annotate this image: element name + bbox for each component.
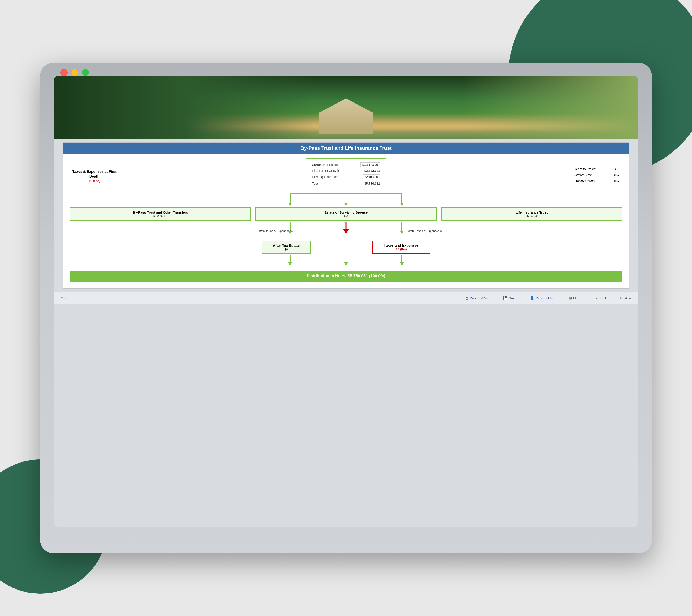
minimize-button[interactable] (71, 69, 78, 76)
right-params: Years to Project 20 Growth Rate 6% Trans… (573, 164, 622, 184)
connectors-top (70, 190, 622, 207)
svg-marker-5 (344, 203, 348, 206)
param-value: 0% (611, 178, 622, 184)
svg-marker-16 (288, 262, 293, 265)
table-row: Existing Insurance $500,000 (311, 174, 381, 180)
after-tax-title: After Tax Estate (266, 244, 306, 248)
bypass-trust-title: By-Pass Trust and Other Transfers (74, 211, 247, 214)
svg-marker-9 (288, 232, 291, 234)
row-label: Current Net Estate (311, 161, 351, 168)
distribution-bar: Distribution to Heirs: $5,750,081 (100.0… (70, 270, 622, 282)
taxes-expenses-box: Taxes and Expenses $0 (0%) (372, 241, 430, 254)
bypass-trust-amount: $5,250,081 (74, 214, 247, 218)
table-row: Plus Future Growth $3,613,081 (311, 168, 381, 174)
total-value: $5,750,081 (351, 180, 381, 186)
taxes-first-death-amount: $0 (0%) (70, 179, 119, 183)
save-icon: 💾 (503, 296, 507, 300)
next-button[interactable]: Next ► (620, 296, 632, 300)
svg-marker-20 (399, 262, 404, 265)
next-label: Next (620, 296, 627, 300)
taxes-first-death-label: Taxes & Expenses at First Death (70, 170, 119, 179)
connectors-bottom (70, 254, 622, 268)
person-icon: 👤 (530, 296, 534, 300)
diagram-body: Taxes & Expenses at First Death $0 (0%) … (63, 154, 629, 288)
life-insurance-title: Life Insurance Trust (445, 211, 618, 214)
svg-marker-4 (288, 203, 291, 206)
row-value: $500,000 (351, 174, 381, 180)
list-icon: ≡ (60, 295, 63, 301)
center-table: Current Net Estate $1,637,000 Plus Futur… (306, 158, 386, 190)
row3: By-Pass Trust and Other Transfers $5,250… (70, 207, 622, 221)
diagram-container: By-Pass Trust and Life Insurance Trust T… (63, 142, 629, 289)
svg-marker-14 (401, 232, 404, 234)
param-label: Growth Rate (573, 172, 611, 178)
svg-text:Estate Taxes & Expenses $0: Estate Taxes & Expenses $0 (257, 229, 294, 233)
row-value: $1,637,000 (351, 161, 381, 168)
list-menu-button[interactable]: ≡ ▾ (60, 295, 66, 301)
print-icon: 🖨 (465, 296, 469, 300)
row-label: Plus Future Growth (311, 168, 351, 174)
total-label: Total (311, 180, 351, 186)
laptop-frame: By-Pass Trust and Life Insurance Trust T… (40, 63, 652, 553)
svg-marker-18 (344, 262, 348, 265)
svg-marker-11 (343, 228, 349, 234)
maximize-button[interactable] (82, 69, 89, 76)
param-label: Years to Project (573, 166, 611, 172)
trees-right (463, 76, 638, 139)
window-controls (60, 69, 89, 76)
row1: Taxes & Expenses at First Death $0 (0%) … (70, 158, 622, 190)
personal-info-button[interactable]: 👤 Personal Info (530, 296, 555, 300)
svg-text:Estate Taxes & Expenses $0: Estate Taxes & Expenses $0 (406, 229, 443, 233)
taxes-first-death: Taxes & Expenses at First Death $0 (0%) (70, 165, 119, 183)
param-row: Growth Rate 6% (573, 172, 622, 178)
estate-spouse-title: Estate of Surviving Spouse (259, 211, 433, 214)
bottom-nav: ≡ ▾ 🖨 Preview/Print 💾 Save 👤 Personal In… (54, 292, 638, 304)
preview-print-label: Preview/Print (470, 296, 490, 300)
preview-print-button[interactable]: 🖨 Preview/Print (465, 296, 490, 300)
param-value: 20 (611, 166, 622, 172)
row-value: $3,613,081 (351, 168, 381, 174)
param-row: Years to Project 20 (573, 166, 622, 172)
back-label: Back (599, 296, 607, 300)
row-label: Existing Insurance (311, 174, 351, 180)
estate-spouse-amount: $0 (259, 214, 433, 218)
param-label: Transfer Costs (573, 178, 611, 184)
table-total-row: Total $5,750,081 (311, 180, 381, 186)
life-insurance-box: Life Insurance Trust $500,000 (441, 207, 622, 221)
taxes-expenses-amount: $0 (0%) (377, 247, 426, 251)
param-value: 6% (611, 172, 622, 178)
bypass-trust-box: By-Pass Trust and Other Transfers $5,250… (70, 207, 251, 221)
trees-left (54, 76, 317, 139)
life-insurance-amount: $500,000 (445, 214, 618, 218)
back-button[interactable]: ◄ Back (595, 296, 607, 300)
diagram-title: By-Pass Trust and Life Insurance Trust (63, 142, 629, 154)
menu-label: Menu (573, 296, 582, 300)
menu-button[interactable]: ⊞ Menu (569, 296, 582, 300)
save-label: Save (509, 296, 516, 300)
after-tax-box: After Tax Estate $0 (262, 241, 311, 254)
house-photo (54, 76, 638, 139)
close-button[interactable] (60, 69, 68, 76)
next-icon: ► (628, 296, 632, 300)
dropdown-chevron: ▾ (64, 297, 66, 300)
save-button[interactable]: 💾 Save (503, 296, 516, 300)
svg-marker-6 (401, 203, 404, 206)
screen: By-Pass Trust and Life Insurance Trust T… (54, 76, 638, 527)
estate-spouse-box: Estate of Surviving Spouse $0 (255, 207, 437, 221)
table-row: Current Net Estate $1,637,000 (311, 161, 381, 168)
after-tax-amount: $0 (266, 248, 306, 251)
param-row: Transfer Costs 0% (573, 178, 622, 184)
connectors-mid: Estate Taxes & Expenses $0 Estate Taxes … (70, 221, 622, 241)
row5: After Tax Estate $0 Taxes and Expenses $… (70, 241, 622, 254)
menu-grid-icon: ⊞ (569, 296, 572, 300)
back-icon: ◄ (595, 296, 598, 300)
taxes-expenses-title: Taxes and Expenses (377, 243, 426, 247)
personal-info-label: Personal Info (536, 296, 555, 300)
